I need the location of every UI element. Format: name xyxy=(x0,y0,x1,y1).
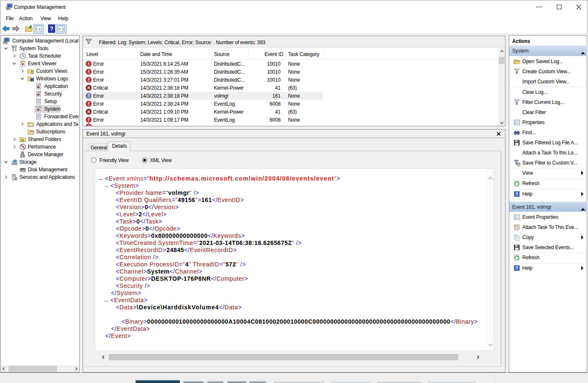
svg-text:?: ? xyxy=(50,25,53,32)
svg-text:?: ? xyxy=(516,192,518,197)
svg-text:?: ? xyxy=(516,266,518,271)
